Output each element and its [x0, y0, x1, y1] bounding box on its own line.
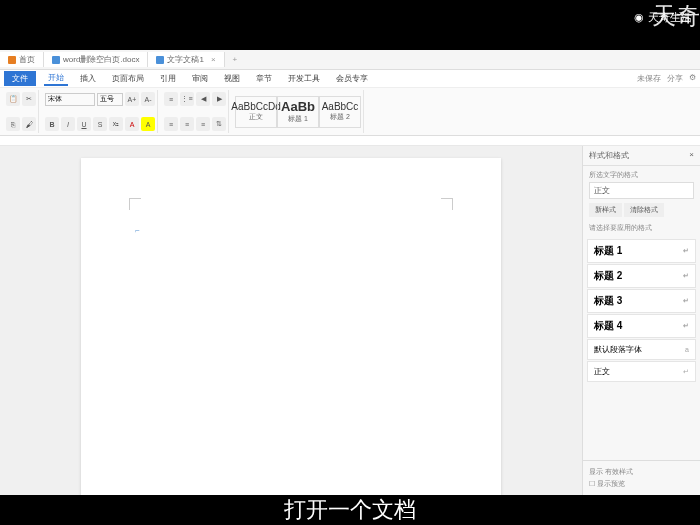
show-preview-check[interactable]: ☐ 显示预览: [589, 479, 694, 489]
subtitle-caption: 打开一个文档: [284, 495, 416, 525]
tab-label: 文字文稿1: [167, 54, 203, 65]
margin-corner-tl: [129, 198, 141, 210]
italic-button[interactable]: I: [61, 117, 75, 131]
ribbon-clipboard: 📋✂ ⎘🖌: [4, 90, 39, 133]
tab-label: 首页: [19, 54, 35, 65]
wps-icon: [8, 56, 16, 64]
style-item-default[interactable]: 默认段落字体a: [587, 339, 696, 360]
align-center[interactable]: ≡: [180, 117, 194, 131]
align-right[interactable]: ≡: [196, 117, 210, 131]
align-left[interactable]: ≡: [164, 117, 178, 131]
panel-header: 样式和格式 ×: [583, 146, 700, 166]
paste-button[interactable]: 📋: [6, 92, 20, 106]
ribbon-font: 宋体 五号 A+ A- B I U S x₂ A A: [43, 90, 158, 133]
apply-icon: ↵: [683, 272, 689, 280]
style-h1[interactable]: AaBb标题 1: [277, 96, 319, 128]
page[interactable]: ⌐: [81, 158, 501, 495]
font-selector[interactable]: 宋体: [45, 93, 95, 106]
menu-chapter[interactable]: 章节: [252, 72, 276, 85]
style-item-h3[interactable]: 标题 3↵: [587, 289, 696, 313]
watermark-icon: ◉: [634, 11, 644, 24]
highlight-button[interactable]: A: [141, 117, 155, 131]
menubar: 文件 开始 插入 页面布局 引用 审阅 视图 章节 开发工具 会员专享 未保存 …: [0, 70, 700, 88]
style-list: 标题 1↵ 标题 2↵ 标题 3↵ 标题 4↵ 默认段落字体a 正文↵: [583, 237, 700, 460]
tab-add-button[interactable]: +: [225, 53, 246, 66]
current-format-label: 所选文字的格式: [589, 170, 694, 180]
format-painter[interactable]: 🖌: [22, 117, 36, 131]
menu-dev[interactable]: 开发工具: [284, 72, 324, 85]
strike-button[interactable]: S: [93, 117, 107, 131]
share-button[interactable]: 分享: [667, 73, 683, 84]
doc-icon: [52, 56, 60, 64]
tab-doc2[interactable]: 文字文稿1×: [148, 52, 224, 67]
apply-icon: ↵: [683, 297, 689, 305]
ribbon-paragraph: ≡ ⋮≡ ◀ ▶ ≡ ≡ ≡ ⇅: [162, 90, 229, 133]
indent-inc[interactable]: ▶: [212, 92, 226, 106]
style-item-h1[interactable]: 标题 1↵: [587, 239, 696, 263]
menu-layout[interactable]: 页面布局: [108, 72, 148, 85]
indent-dec[interactable]: ◀: [196, 92, 210, 106]
apply-icon: a: [685, 346, 689, 353]
color-button[interactable]: A: [125, 117, 139, 131]
titlebar: 首页 word删除空白页.docx 文字文稿1× +: [0, 50, 700, 70]
tab-home[interactable]: 首页: [0, 52, 44, 67]
close-icon[interactable]: ×: [211, 55, 216, 64]
tab-label: word删除空白页.docx: [63, 54, 139, 65]
watermark-text: 天奇生活: [648, 10, 692, 25]
size-selector[interactable]: 五号: [97, 93, 123, 106]
menu-file[interactable]: 文件: [4, 71, 36, 86]
panel-footer: 显示 有效样式 ☐ 显示预览: [583, 460, 700, 495]
apply-icon: ↵: [683, 368, 689, 376]
style-item-h2[interactable]: 标题 2↵: [587, 264, 696, 288]
increase-font[interactable]: A+: [125, 92, 139, 106]
clear-format-button[interactable]: 清除格式: [624, 203, 664, 217]
tab-doc1[interactable]: word删除空白页.docx: [44, 52, 148, 67]
current-format-value[interactable]: 正文: [589, 182, 694, 199]
app-window: 首页 word删除空白页.docx 文字文稿1× + 文件 开始 插入 页面布局…: [0, 50, 700, 495]
style-normal[interactable]: AaBbCcDd正文: [235, 96, 277, 128]
cursor-indicator: ⌐: [135, 226, 140, 235]
decrease-font[interactable]: A-: [141, 92, 155, 106]
menu-right: 未保存 分享 ⚙: [637, 73, 696, 84]
save-status: 未保存: [637, 73, 661, 84]
style-h2[interactable]: AaBbCc标题 2: [319, 96, 361, 128]
panel-title: 样式和格式: [589, 150, 629, 161]
doc-icon: [156, 56, 164, 64]
settings-icon[interactable]: ⚙: [689, 73, 696, 84]
list-label: 请选择要应用的格式: [589, 223, 694, 233]
margin-corner-tr: [441, 198, 453, 210]
styles-panel: 样式和格式 × 所选文字的格式 正文 新样式 清除格式 请选择要应用的格式 标题…: [582, 146, 700, 495]
sub-button[interactable]: x₂: [109, 117, 123, 131]
line-spacing[interactable]: ⇅: [212, 117, 226, 131]
menu-insert[interactable]: 插入: [76, 72, 100, 85]
new-style-button[interactable]: 新样式: [589, 203, 622, 217]
style-item-h4[interactable]: 标题 4↵: [587, 314, 696, 338]
bullet-button[interactable]: ≡: [164, 92, 178, 106]
number-button[interactable]: ⋮≡: [180, 92, 194, 106]
ribbon-styles: AaBbCcDd正文 AaBb标题 1 AaBbCc标题 2: [233, 90, 364, 133]
ruler[interactable]: [0, 136, 700, 146]
footer-show-label: 显示: [589, 468, 603, 475]
menu-member[interactable]: 会员专享: [332, 72, 372, 85]
close-panel-icon[interactable]: ×: [689, 150, 694, 161]
document-area[interactable]: ⌐: [0, 146, 582, 495]
apply-icon: ↵: [683, 247, 689, 255]
ribbon: 📋✂ ⎘🖌 宋体 五号 A+ A- B I U S x₂ A A ≡: [0, 88, 700, 136]
letterbox-bottom: 打开一个文档: [0, 495, 700, 525]
copy-button[interactable]: ⎘: [6, 117, 20, 131]
menu-review[interactable]: 审阅: [188, 72, 212, 85]
menu-reference[interactable]: 引用: [156, 72, 180, 85]
bold-button[interactable]: B: [45, 117, 59, 131]
cut-button[interactable]: ✂: [22, 92, 36, 106]
letterbox-top: 天奇 ◉ 天奇生活: [0, 0, 700, 50]
underline-button[interactable]: U: [77, 117, 91, 131]
menu-start[interactable]: 开始: [44, 71, 68, 86]
style-item-normal[interactable]: 正文↵: [587, 361, 696, 382]
apply-icon: ↵: [683, 322, 689, 330]
footer-valid-label: 有效样式: [605, 468, 633, 475]
watermark-logo: ◉ 天奇生活: [634, 10, 692, 25]
menu-view[interactable]: 视图: [220, 72, 244, 85]
panel-current-section: 所选文字的格式 正文 新样式 清除格式 请选择要应用的格式: [583, 166, 700, 237]
workspace: ⌐ 样式和格式 × 所选文字的格式 正文 新样式 清除格式 请选择要应用的格式 …: [0, 146, 700, 495]
